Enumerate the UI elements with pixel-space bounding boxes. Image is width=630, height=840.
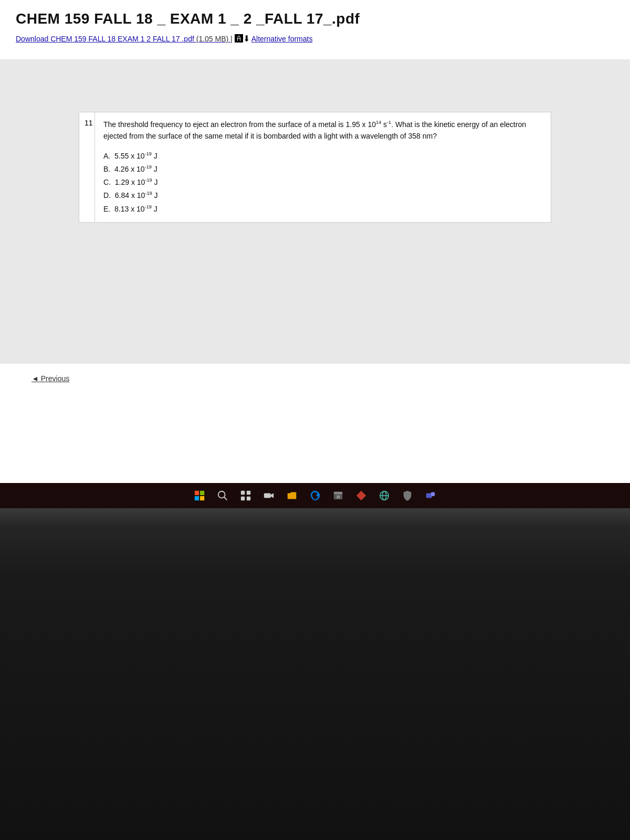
svg-rect-7 — [247, 491, 250, 495]
calendar-icon[interactable]: 15 — [330, 487, 346, 504]
svg-rect-0 — [195, 491, 199, 495]
svg-rect-13 — [334, 492, 343, 495]
svg-rect-10 — [264, 493, 271, 498]
answer-c: C. 1.29 x 10-19 J — [103, 176, 542, 189]
alt-icon: 🅰⬇ — [235, 34, 250, 43]
hinge — [0, 508, 630, 529]
svg-point-4 — [218, 491, 225, 498]
svg-rect-9 — [247, 497, 250, 500]
search-icon[interactable] — [214, 487, 231, 504]
page-title: CHEM 159 FALL 18 _ EXAM 1 _ 2 _FALL 17_.… — [16, 10, 614, 27]
folder-icon[interactable] — [284, 487, 300, 504]
svg-rect-2 — [195, 496, 199, 500]
edge-icon[interactable] — [307, 487, 323, 504]
download-link-text: Download CHEM 159 FALL 18 EXAM 1 2 FALL … — [16, 35, 194, 43]
question-block: 11 The threshold frequency to eject an e… — [79, 112, 551, 223]
answer-e: E. 8.13 x 10-19 J — [103, 203, 542, 216]
svg-rect-3 — [200, 496, 204, 500]
svg-rect-20 — [431, 492, 435, 496]
svg-marker-11 — [271, 493, 274, 498]
svg-marker-15 — [356, 491, 366, 500]
answer-choices: A. 5.55 x 10-19 J B. 4.26 x 10-19 J C. 1… — [103, 150, 542, 216]
pdf-viewer: 11 The threshold frequency to eject an e… — [0, 59, 630, 364]
globe-icon[interactable] — [376, 487, 393, 504]
svg-rect-6 — [241, 491, 245, 495]
answer-a: A. 5.55 x 10-19 J — [103, 150, 542, 163]
download-bar: Download CHEM 159 FALL 18 EXAM 1 2 FALL … — [16, 34, 614, 44]
separator: | — [230, 35, 235, 43]
answer-b: B. 4.26 x 10-19 J — [103, 163, 542, 176]
diamond-icon[interactable] — [353, 487, 370, 504]
task-view-icon[interactable] — [237, 487, 254, 504]
alt-formats-link[interactable]: Alternative formats — [251, 35, 313, 43]
svg-rect-1 — [200, 491, 204, 495]
question-text: The threshold frequency to eject an elec… — [103, 119, 542, 142]
svg-rect-8 — [241, 497, 245, 500]
question-text-area: The threshold frequency to eject an elec… — [95, 112, 551, 222]
previous-link[interactable]: ◄ Previous — [32, 374, 69, 383]
camera-icon[interactable] — [260, 487, 277, 504]
browser-content: CHEM 159 FALL 18 _ EXAM 1 _ 2 _FALL 17_.… — [0, 0, 630, 509]
download-link[interactable]: Download CHEM 159 FALL 18 EXAM 1 2 FALL … — [16, 35, 230, 43]
answer-d: D. 6.84 x 10-19 J — [103, 189, 542, 202]
windows-start-icon[interactable] — [191, 487, 208, 504]
download-size: (1.05 MB) — [196, 35, 228, 43]
shield-icon[interactable] — [399, 487, 416, 504]
svg-text:15: 15 — [336, 495, 340, 499]
svg-line-5 — [224, 497, 227, 500]
question-number: 11 — [79, 112, 95, 222]
taskbar: 15 — [0, 483, 630, 508]
screen: CHEM 159 FALL 18 _ EXAM 1 _ 2 _FALL 17_.… — [0, 0, 630, 509]
laptop-body: ⌄ 🖥 F4 🔇 F5 ◀− F6 🔊+ F7 |◀◀ F8 — [0, 508, 630, 840]
previous-nav: ◄ Previous — [32, 374, 598, 383]
teams-icon[interactable] — [422, 487, 439, 504]
